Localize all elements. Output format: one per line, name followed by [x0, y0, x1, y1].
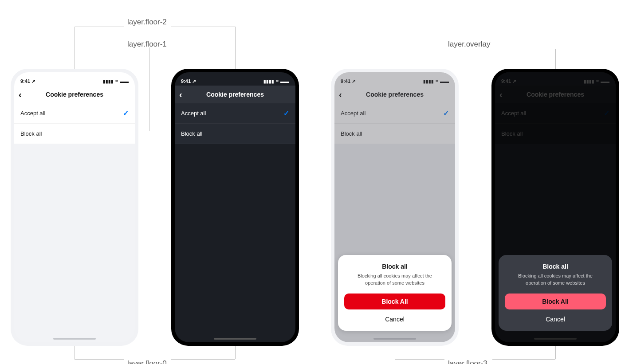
nav-title: Cookie preferences: [46, 91, 103, 98]
list-row-accept-all[interactable]: Accept all ✓: [175, 103, 295, 124]
back-button[interactable]: ‹: [19, 90, 22, 99]
nav-bar: ‹ Cookie preferences: [14, 86, 135, 103]
sheet-subtitle: Blocking all cookies may affect the oper…: [511, 273, 600, 286]
leader-line: [171, 27, 235, 27]
action-sheet: Block all Blocking all cookies may affec…: [338, 255, 452, 331]
block-all-button[interactable]: Block All: [505, 294, 606, 309]
label-floor-3: layer.floor-3: [448, 359, 487, 364]
signal-icon: ▮▮▮▮: [103, 79, 114, 84]
check-icon: ✓: [283, 109, 289, 117]
leader-line: [395, 359, 444, 360]
sheet-title: Block all: [344, 263, 445, 270]
list-row-label: Accept all: [181, 110, 206, 117]
label-floor-2: layer.floor-2: [127, 18, 167, 27]
cancel-button[interactable]: Cancel: [344, 313, 445, 325]
leader-line: [171, 359, 235, 360]
nav-bar: ‹ Cookie preferences: [175, 86, 295, 103]
leader-line: [149, 47, 149, 131]
leader-line: [235, 27, 236, 69]
phone-light-sheet: 9:41 ↗︎ ▮▮▮▮ ⌔ ▬▬ ‹ Cookie preferences A…: [331, 69, 459, 346]
status-time: 9:41: [181, 78, 191, 84]
status-bar: 9:41 ↗︎ ▮▮▮▮ ⌔ ▬▬: [175, 72, 295, 86]
sheet-title: Block all: [505, 263, 606, 270]
label-floor-1: layer.floor-1: [127, 40, 167, 49]
label-floor-0: layer.floor-0: [127, 359, 167, 364]
phone-dark: 9:41 ↗︎ ▮▮▮▮ ⌔ ▬▬ ‹ Cookie preferences A…: [171, 69, 299, 346]
label-overlay: layer.overlay: [448, 40, 490, 49]
status-bar: 9:41 ↗︎ ▮▮▮▮ ⌔ ▬▬: [14, 72, 135, 86]
phone-dark-sheet: 9:41 ↗︎ ▮▮▮▮ ⌔ ▬▬ ‹ Cookie preferences A…: [491, 69, 619, 346]
leader-line: [75, 27, 124, 27]
nav-title: Cookie preferences: [206, 91, 264, 98]
leader-line: [75, 359, 124, 360]
block-all-button[interactable]: Block All: [344, 294, 445, 309]
location-icon: ↗︎: [192, 78, 196, 84]
sheet-subtitle: Blocking all cookies may affect the oper…: [350, 273, 439, 286]
phone-light: 9:41 ↗︎ ▮▮▮▮ ⌔ ▬▬ ‹ Cookie preferences A…: [11, 69, 138, 346]
leader-line: [492, 49, 555, 49]
wifi-icon: ⌔: [115, 79, 118, 84]
battery-icon: ▬▬: [280, 79, 289, 84]
list-row-label: Block all: [20, 130, 42, 137]
leader-line: [492, 359, 555, 360]
signal-icon: ▮▮▮▮: [263, 79, 274, 84]
location-icon: ↗︎: [31, 78, 35, 84]
check-icon: ✓: [123, 109, 129, 117]
cancel-button[interactable]: Cancel: [505, 313, 606, 325]
list-row-accept-all[interactable]: Accept all ✓: [14, 103, 135, 124]
status-time: 9:41: [20, 78, 30, 84]
home-indicator: [214, 338, 256, 340]
list-row-block-all[interactable]: Block all: [175, 124, 295, 144]
action-sheet: Block all Blocking all cookies may affec…: [499, 255, 612, 331]
list-row-label: Block all: [181, 130, 202, 137]
leader-line: [395, 49, 444, 49]
list-row-label: Accept all: [20, 110, 45, 117]
battery-icon: ▬▬: [120, 79, 129, 84]
list-row-block-all[interactable]: Block all: [14, 124, 135, 144]
back-button[interactable]: ‹: [179, 90, 182, 99]
wifi-icon: ⌔: [276, 79, 279, 84]
home-indicator: [53, 338, 96, 340]
